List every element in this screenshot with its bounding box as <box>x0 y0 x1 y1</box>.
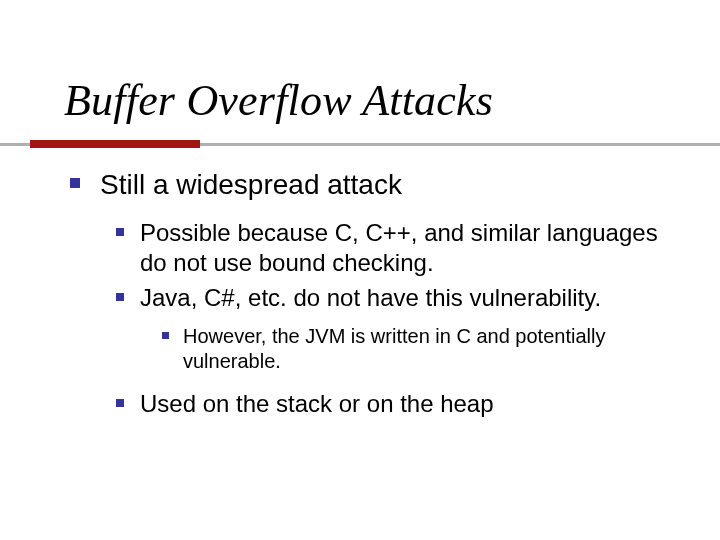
bullet-text: Possible because C, C++, and similar lan… <box>140 218 680 279</box>
slide-body: Still a widespread attack Possible becau… <box>70 168 680 424</box>
bullet-text: Still a widespread attack <box>100 168 402 202</box>
bullet-level3: However, the JVM is written in C and pot… <box>162 324 680 375</box>
bullet-level2: Possible because C, C++, and similar lan… <box>116 218 680 279</box>
square-bullet-icon <box>162 332 169 339</box>
level3-group: However, the JVM is written in C and pot… <box>162 324 680 375</box>
square-bullet-icon <box>70 178 80 188</box>
bullet-text: Java, C#, etc. do not have this vulnerab… <box>140 283 601 314</box>
bullet-level1: Still a widespread attack <box>70 168 680 202</box>
square-bullet-icon <box>116 228 124 236</box>
underline-accent <box>30 140 200 148</box>
bullet-level2: Used on the stack or on the heap <box>116 389 680 420</box>
bullet-level2: Java, C#, etc. do not have this vulnerab… <box>116 283 680 314</box>
slide: Buffer Overflow Attacks Still a widespre… <box>0 0 720 540</box>
title-underline <box>0 140 720 148</box>
bullet-text: Used on the stack or on the heap <box>140 389 494 420</box>
bullet-text: However, the JVM is written in C and pot… <box>183 324 680 375</box>
slide-title: Buffer Overflow Attacks <box>64 78 680 124</box>
level2-group: Possible because C, C++, and similar lan… <box>116 218 680 420</box>
square-bullet-icon <box>116 399 124 407</box>
title-block: Buffer Overflow Attacks <box>64 78 680 124</box>
square-bullet-icon <box>116 293 124 301</box>
